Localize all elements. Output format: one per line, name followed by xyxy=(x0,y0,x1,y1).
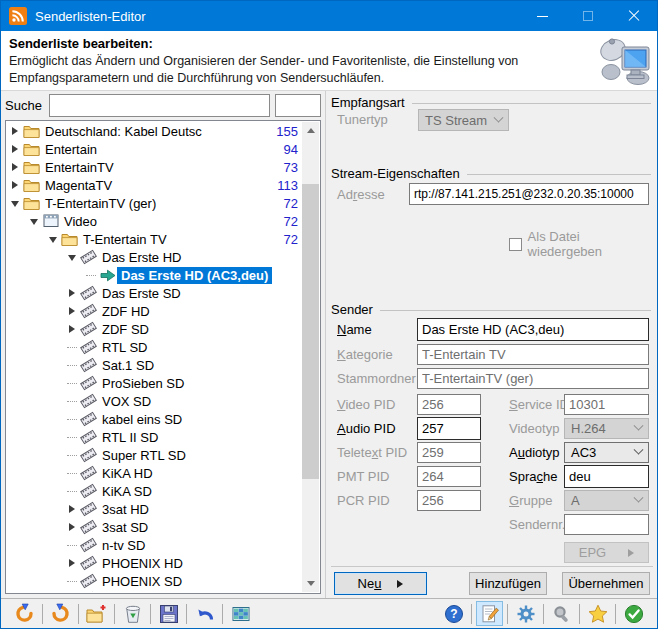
close-button[interactable] xyxy=(611,1,657,31)
adresse-input[interactable] xyxy=(409,183,649,205)
pmt-pid-input[interactable] xyxy=(417,466,481,487)
titlebar: Senderlisten-Editor xyxy=(1,1,657,31)
neu-button[interactable]: Neu xyxy=(334,572,427,595)
audiotyp-select[interactable]: AC3 xyxy=(564,442,649,463)
tree-item[interactable]: PHOENIX HD xyxy=(7,554,302,572)
tree-item[interactable]: Deutschland: Kabel Deutsc 155 xyxy=(7,122,302,140)
tree-item[interactable]: PHOENIX SD xyxy=(7,572,302,590)
satellite-monitor-icon xyxy=(598,34,652,91)
scroll-down-icon[interactable] xyxy=(302,575,319,592)
tree-item-selected[interactable]: Das Erste HD (AC3,deu) xyxy=(7,266,302,284)
tree-item[interactable]: RTL II SD xyxy=(7,428,302,446)
tree-item[interactable]: Video 72 xyxy=(7,212,302,230)
film-icon xyxy=(79,428,98,446)
expander-icon[interactable] xyxy=(66,284,79,302)
tree-item[interactable]: ZDF HD xyxy=(7,302,302,320)
stammordner-input[interactable] xyxy=(417,368,649,389)
expander-icon[interactable] xyxy=(9,194,22,212)
expander-icon xyxy=(66,356,79,374)
page-title: Senderliste bearbeiten: xyxy=(9,36,647,51)
tree-item[interactable]: KiKA HD xyxy=(7,464,302,482)
properties-panel: Empfangsart Tunertyp TS Stream Stream-Ei… xyxy=(331,91,653,598)
tree-item-label: 3sat HD xyxy=(98,501,153,518)
toolbar-separator xyxy=(186,604,187,624)
pcr-pid-input[interactable] xyxy=(417,490,481,511)
tree-item[interactable]: kabel eins SD xyxy=(7,410,302,428)
service-id-input[interactable] xyxy=(564,394,649,415)
audio-pid-input[interactable] xyxy=(417,417,481,440)
videotyp-select: H.264 xyxy=(564,418,649,439)
expander-icon[interactable] xyxy=(47,230,60,248)
teletext-pid-input[interactable] xyxy=(417,442,481,463)
apply-icon xyxy=(624,604,644,624)
help-button[interactable]: ? xyxy=(440,601,467,626)
expander-icon[interactable] xyxy=(66,500,79,518)
tree-item[interactable]: ProSieben SD xyxy=(7,374,302,392)
tree-item[interactable]: T-EntertainTV (ger) 72 xyxy=(7,194,302,212)
undo-button[interactable] xyxy=(191,601,218,626)
tree-scrollbar[interactable] xyxy=(302,122,319,592)
minimize-button[interactable] xyxy=(519,1,565,31)
tree-item[interactable]: Das Erste SD xyxy=(7,284,302,302)
video-pid-input[interactable] xyxy=(417,394,481,415)
tree-item[interactable]: ZDF SD xyxy=(7,320,302,338)
scroll-thumb[interactable] xyxy=(302,184,319,479)
search-input[interactable] xyxy=(49,94,270,117)
tree-item[interactable]: zdf_neo HD xyxy=(7,590,302,592)
expander-icon[interactable] xyxy=(9,122,22,140)
sprache-label: Sprache xyxy=(509,469,557,484)
tree-item[interactable]: MagentaTV 113 xyxy=(7,176,302,194)
expander-icon[interactable] xyxy=(9,176,22,194)
new-folder-button[interactable] xyxy=(83,601,110,626)
expander-icon xyxy=(66,590,79,592)
edit-mode-button[interactable] xyxy=(476,601,503,626)
bottom-toolbar: ? xyxy=(1,598,657,628)
recycle-bin-button[interactable] xyxy=(119,601,146,626)
apply-button[interactable] xyxy=(620,601,647,626)
expander-icon[interactable] xyxy=(28,212,41,230)
name-input[interactable] xyxy=(417,318,649,341)
toolbar-separator xyxy=(114,604,115,624)
expander-icon[interactable] xyxy=(66,248,79,266)
tree-item[interactable]: 3sat HD xyxy=(7,500,302,518)
refresh-back-button[interactable] xyxy=(47,601,74,626)
tree-item[interactable]: Entertain 94 xyxy=(7,140,302,158)
tree-item[interactable]: T-Entertain TV 72 xyxy=(7,230,302,248)
tree-item-label: n-tv SD xyxy=(98,537,149,554)
tree-item[interactable]: n-tv SD xyxy=(7,536,302,554)
tree-item-label: ProSieben SD xyxy=(98,375,188,392)
tree-item-label: KiKA SD xyxy=(98,483,156,500)
tree-item[interactable]: VOX SD xyxy=(7,392,302,410)
name-label: Name xyxy=(337,322,372,337)
tree-item[interactable]: KiKA SD xyxy=(7,482,302,500)
hinzufuegen-button[interactable]: Hinzufügen xyxy=(469,572,547,595)
expander-icon[interactable] xyxy=(66,320,79,338)
panel-divider xyxy=(325,91,326,598)
expander-icon[interactable] xyxy=(66,554,79,572)
scroll-up-icon[interactable] xyxy=(302,122,319,139)
screen-background-button[interactable] xyxy=(227,601,254,626)
tree-item[interactable]: RTL SD xyxy=(7,338,302,356)
settings-button[interactable] xyxy=(512,601,539,626)
tree-item[interactable]: Sat.1 SD xyxy=(7,356,302,374)
favorites-button[interactable] xyxy=(584,601,611,626)
expander-icon[interactable] xyxy=(9,158,22,176)
sendernr-input[interactable] xyxy=(564,514,649,535)
epg-button: EPG xyxy=(564,542,649,563)
expander-icon[interactable] xyxy=(9,140,22,158)
tree-item[interactable]: Super RTL SD xyxy=(7,446,302,464)
expander-icon[interactable] xyxy=(66,518,79,536)
tree-item[interactable]: EntertainTV 73 xyxy=(7,158,302,176)
refresh-button[interactable] xyxy=(11,601,38,626)
sprache-input[interactable] xyxy=(564,465,649,488)
kategorie-input[interactable] xyxy=(417,344,649,365)
tree-item[interactable]: Das Erste HD xyxy=(7,248,302,266)
edit-mode-icon xyxy=(480,604,500,624)
save-button[interactable] xyxy=(155,601,182,626)
maximize-button[interactable] xyxy=(565,1,611,31)
expander-icon[interactable] xyxy=(66,302,79,320)
adresse-label: Adresse xyxy=(337,187,385,202)
uebernehmen-button[interactable]: Übernehmen xyxy=(562,572,650,595)
film-icon xyxy=(79,446,98,464)
tree-item[interactable]: 3sat SD xyxy=(7,518,302,536)
